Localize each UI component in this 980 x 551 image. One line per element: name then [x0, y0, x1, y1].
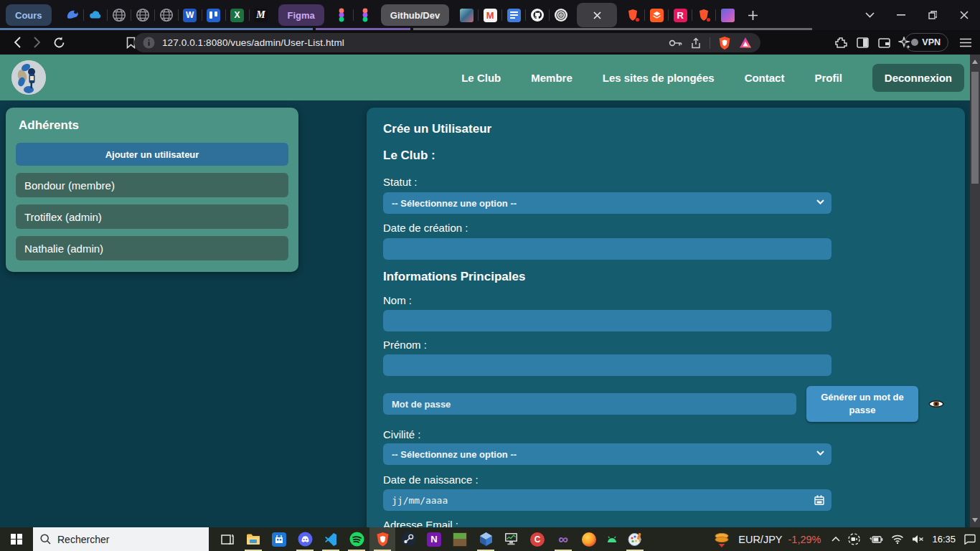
toggle-password-visibility-button[interactable]: [928, 398, 944, 410]
date-naissance-input[interactable]: [383, 489, 831, 511]
tab-brave-2[interactable]: [695, 5, 712, 25]
currency-ticker[interactable]: EUR/JPY -1,29%: [738, 534, 821, 545]
address-bar[interactable]: 127.0.0.1:8080/vues/admin/User-List.html: [134, 33, 760, 52]
taskbar-ccleaner[interactable]: C: [524, 527, 550, 551]
tab-group-figma[interactable]: Figma: [278, 4, 324, 26]
tab-gmail[interactable]: M: [481, 5, 499, 25]
currency-widget-icon[interactable]: [713, 531, 730, 548]
wifi-icon[interactable]: [891, 534, 904, 544]
scroll-up-arrow[interactable]: [970, 56, 980, 67]
taskbar-resource-monitor[interactable]: [499, 527, 524, 551]
taskbar-clock[interactable]: 16:35: [932, 534, 956, 545]
close-tab-icon[interactable]: [593, 11, 601, 19]
member-item-1[interactable]: Bondour (membre): [16, 173, 288, 197]
taskbar-onenote[interactable]: N: [421, 527, 447, 551]
minimize-button[interactable]: [885, 0, 917, 30]
share-icon[interactable]: [690, 37, 702, 49]
taskbar-vscode[interactable]: [318, 527, 344, 551]
taskbar-steam[interactable]: [395, 527, 421, 551]
pinned-tab-onedrive[interactable]: [87, 5, 104, 25]
pinned-tab-site-2[interactable]: [134, 5, 151, 25]
back-button[interactable]: [7, 32, 27, 53]
nav-profil[interactable]: Profil: [814, 72, 842, 84]
site-info-icon[interactable]: [143, 37, 155, 49]
password-input[interactable]: [383, 393, 796, 415]
taskbar-explorer[interactable]: [240, 527, 266, 551]
tab-group-cours[interactable]: Cours: [6, 4, 52, 26]
task-view-button[interactable]: [215, 527, 240, 551]
volume-muted-icon[interactable]: [912, 534, 924, 544]
pinned-tab-site-1[interactable]: [110, 5, 128, 25]
taskbar-search[interactable]: Rechercher: [33, 527, 209, 551]
sidebar-toggle-button[interactable]: [852, 32, 872, 53]
reload-button[interactable]: [49, 32, 69, 53]
date-creation-input[interactable]: [383, 238, 831, 260]
generate-password-button[interactable]: Générer un mot de passe: [806, 386, 918, 422]
brave-rewards-icon[interactable]: [739, 37, 752, 49]
wallet-button[interactable]: [874, 32, 894, 53]
tab-artwork-2[interactable]: [719, 5, 736, 25]
taskbar-paint[interactable]: [622, 527, 648, 551]
pinned-tab-site-3[interactable]: [158, 5, 175, 25]
tab-artwork-1[interactable]: [458, 5, 475, 25]
tab-list-dropdown-button[interactable]: [854, 0, 885, 30]
extensions-button[interactable]: [831, 32, 851, 53]
taskbar-firefox[interactable]: [576, 527, 602, 551]
brave-shield-icon[interactable]: [718, 36, 731, 50]
taskbar-discord[interactable]: [292, 527, 318, 551]
taskbar-spotify[interactable]: [344, 527, 369, 551]
taskbar-store[interactable]: [266, 527, 292, 551]
menu-button[interactable]: [956, 32, 976, 53]
active-tab[interactable]: [577, 3, 617, 27]
create-user-panel: Crée un Utilisateur Le Club : Statut : -…: [367, 108, 965, 527]
tab-r-app[interactable]: R: [672, 5, 689, 25]
scrollbar-thumb[interactable]: [971, 72, 979, 184]
logout-button[interactable]: Deconnexion: [872, 64, 964, 92]
password-key-icon[interactable]: [669, 39, 682, 47]
tray-expand-button[interactable]: [831, 537, 840, 542]
prenom-input[interactable]: [383, 354, 831, 376]
taskbar-android[interactable]: [602, 527, 622, 551]
add-user-button[interactable]: Ajouter un utilisateur: [16, 143, 288, 166]
forward-button[interactable]: [27, 32, 47, 53]
maximize-button[interactable]: [917, 0, 948, 30]
pinned-tab-dragon[interactable]: [63, 5, 80, 25]
member-item-3[interactable]: Nathalie (admin): [16, 236, 288, 260]
taskbar-virtualbox[interactable]: [473, 527, 499, 551]
nav-membre[interactable]: Membre: [531, 72, 573, 84]
taskbar-visual-studio[interactable]: ∞: [550, 527, 576, 551]
nav-contact[interactable]: Contact: [745, 72, 785, 84]
scroll-down-arrow[interactable]: [970, 514, 980, 526]
nav-le-club[interactable]: Le Club: [461, 72, 501, 84]
civilite-select[interactable]: -- Sélectionnez une option --: [383, 443, 831, 465]
tab-figma-1[interactable]: [333, 5, 350, 25]
taskbar-minecraft[interactable]: [447, 527, 473, 551]
tab-group-github-dev[interactable]: Github/Dev: [381, 4, 449, 26]
pinned-tab-m[interactable]: M: [253, 5, 270, 25]
new-tab-button[interactable]: [742, 4, 763, 26]
tab-brave-1[interactable]: [624, 5, 641, 25]
main-nav: Le Club Membre Les sites de plongées Con…: [461, 64, 980, 92]
member-item-2[interactable]: Trotiflex (admin): [16, 204, 288, 229]
taskbar-brave-active[interactable]: [369, 527, 395, 551]
action-center-button[interactable]: [963, 534, 976, 545]
password-row: Générer un mot de passe: [383, 386, 948, 422]
tab-separator: [644, 9, 645, 21]
page-scrollbar[interactable]: [970, 55, 980, 527]
tab-github[interactable]: [529, 5, 546, 25]
tab-docs[interactable]: [505, 5, 522, 25]
tab-figma-2[interactable]: [357, 5, 374, 25]
pinned-tab-trello[interactable]: [205, 5, 222, 25]
start-button[interactable]: [0, 527, 33, 551]
pinned-tab-excel[interactable]: X: [229, 5, 246, 25]
statut-select[interactable]: -- Sélectionnez une option --: [383, 192, 831, 214]
close-window-button[interactable]: [948, 0, 980, 30]
vpn-button[interactable]: VPN: [905, 33, 948, 52]
nom-input[interactable]: [383, 310, 831, 331]
tab-spiral[interactable]: [552, 5, 570, 25]
battery-icon[interactable]: [868, 535, 883, 544]
meet-now-icon[interactable]: [848, 533, 860, 545]
pinned-tab-word[interactable]: W: [182, 5, 199, 25]
tab-orange-app[interactable]: [648, 5, 665, 25]
nav-sites-de-plongees[interactable]: Les sites de plongées: [603, 72, 715, 84]
